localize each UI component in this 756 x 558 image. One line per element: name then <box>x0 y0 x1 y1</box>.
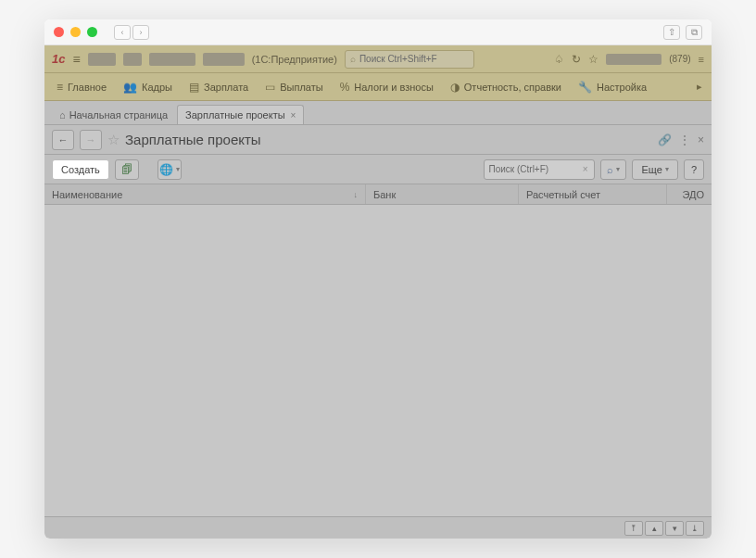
chevron-down-icon: ▾ <box>665 165 669 173</box>
redacted-user <box>606 54 662 65</box>
menu-staff[interactable]: 👥Кадры <box>115 73 181 100</box>
column-bank[interactable]: Банк <box>366 184 519 204</box>
star-icon[interactable]: ☆ <box>588 53 598 66</box>
menu-taxes[interactable]: %Налоги и взносы <box>332 73 442 100</box>
menu-lines-icon[interactable]: ≡ <box>699 54 704 65</box>
wrench-icon: 🔧 <box>578 81 592 94</box>
copy-button[interactable]: 🗐 <box>115 159 139 180</box>
favorite-star-icon[interactable]: ☆ <box>107 132 120 148</box>
hamburger-icon[interactable]: ≡ <box>72 52 80 67</box>
tab-close-icon[interactable]: × <box>291 110 296 120</box>
people-icon: 👥 <box>123 81 137 94</box>
tab-home[interactable]: ⌂ Начальная страница <box>50 106 177 124</box>
share-icon[interactable]: ⇧ <box>663 25 680 40</box>
app-bar: 1c ≡ (1С:Предприятие) ⌕ ♤ ↻ ☆ (879) ≡ <box>44 45 712 73</box>
sort-asc-icon: ↓ <box>354 190 359 199</box>
minimize-window-icon[interactable] <box>70 27 81 37</box>
menu-settings[interactable]: 🔧Настройка <box>570 73 655 100</box>
table-body-empty <box>44 205 712 516</box>
logo-1c: 1c <box>52 52 65 66</box>
kebab-icon[interactable]: ⋮ <box>679 133 690 146</box>
list-icon: ≡ <box>57 81 63 94</box>
redacted-block <box>88 53 116 66</box>
page-title: Зарплатные проекты <box>125 132 261 147</box>
table-header: Наименование↓ Банк Расчетный счет ЭДО <box>44 184 712 205</box>
menu-main[interactable]: ≡Главное <box>48 73 115 100</box>
column-name[interactable]: Наименование↓ <box>44 184 366 204</box>
maximize-window-icon[interactable] <box>87 27 97 37</box>
page-header: ← → ☆ Зарплатные проекты 🔗 ⋮ × <box>44 125 712 155</box>
scroll-up-icon[interactable]: ▴ <box>645 521 663 536</box>
window-titlebar: ‹ › ⇧ ⧉ <box>44 19 712 45</box>
global-search-input[interactable] <box>359 54 469 64</box>
main-menu: ≡Главное 👥Кадры ▤Зарплата ▭Выплаты %Нало… <box>44 73 712 101</box>
browser-back-button[interactable]: ‹ <box>114 25 131 40</box>
tab-bar: ⌂ Начальная страница Зарплатные проекты … <box>44 101 712 125</box>
link-icon[interactable]: 🔗 <box>658 133 672 146</box>
tab-salary-projects[interactable]: Зарплатные проекты × <box>177 105 304 124</box>
more-button[interactable]: Еще▾ <box>632 159 677 180</box>
search-box[interactable]: × <box>484 159 595 180</box>
history-icon[interactable]: ↻ <box>572 53 581 66</box>
scroll-bottom-icon[interactable]: ⤓ <box>686 521 704 536</box>
report-icon: ◑ <box>450 81 460 94</box>
close-window-icon[interactable] <box>54 27 64 37</box>
scroll-top-icon[interactable]: ⤒ <box>624 521 643 536</box>
globe-button[interactable]: 🌐▾ <box>158 159 182 180</box>
bell-icon[interactable]: ♤ <box>554 53 564 66</box>
chevron-down-icon: ▾ <box>616 165 620 173</box>
user-count: (879) <box>669 54 690 64</box>
footer-bar: ⤒ ▴ ▾ ⤓ <box>44 516 712 539</box>
search-input[interactable] <box>488 164 579 174</box>
scroll-down-icon[interactable]: ▾ <box>665 521 684 536</box>
menu-overflow-icon[interactable]: ▸ <box>691 81 708 93</box>
chevron-down-icon: ▾ <box>176 165 180 173</box>
redacted-block <box>149 53 195 66</box>
home-icon: ⌂ <box>59 109 66 120</box>
menu-salary[interactable]: ▤Зарплата <box>181 73 257 100</box>
wallet-icon: ▭ <box>265 81 275 94</box>
traffic-lights <box>54 27 97 37</box>
search-go-button[interactable]: ⌕▾ <box>600 159 626 180</box>
column-account[interactable]: Расчетный счет <box>519 184 667 204</box>
menu-payments[interactable]: ▭Выплаты <box>257 73 331 100</box>
global-search[interactable]: ⌕ <box>345 50 474 69</box>
search-clear-icon[interactable]: × <box>580 164 591 174</box>
forward-button[interactable]: → <box>80 130 102 150</box>
tabs-icon[interactable]: ⧉ <box>686 25 702 40</box>
search-icon: ⌕ <box>350 54 356 64</box>
redacted-block <box>203 53 245 66</box>
app-subtitle: (1С:Предприятие) <box>252 54 337 65</box>
browser-forward-button[interactable]: › <box>132 25 149 40</box>
help-button[interactable]: ? <box>684 159 704 180</box>
percent-icon: % <box>340 81 350 94</box>
column-edo[interactable]: ЭДО <box>667 184 712 204</box>
redacted-block <box>123 53 142 66</box>
document-icon: ▤ <box>189 81 199 94</box>
toolbar: Создать 🗐 🌐▾ × ⌕▾ Еще▾ ? <box>44 155 712 184</box>
menu-reports[interactable]: ◑Отчетность, справки <box>442 73 570 100</box>
close-page-icon[interactable]: × <box>698 133 704 146</box>
create-button[interactable]: Создать <box>52 159 109 180</box>
back-button[interactable]: ← <box>52 130 74 150</box>
